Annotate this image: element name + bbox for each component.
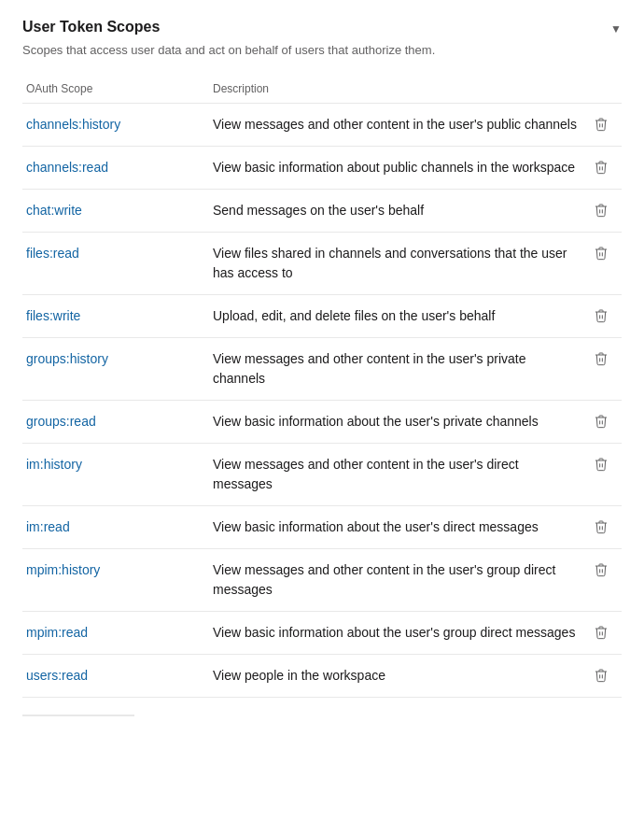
delete-scope-button-channels-history[interactable] bbox=[588, 115, 614, 134]
table-row: mpim:readView basic information about th… bbox=[22, 611, 622, 654]
scope-description-files-read: View files shared in channels and conver… bbox=[213, 246, 567, 280]
table-row: files:readView files shared in channels … bbox=[22, 232, 622, 294]
scope-link-chat-write[interactable]: chat:write bbox=[26, 203, 82, 218]
scope-link-files-write[interactable]: files:write bbox=[26, 308, 80, 323]
trash-icon bbox=[594, 308, 609, 323]
col-header-scope: OAuth Scope bbox=[22, 77, 209, 104]
scope-description-channels-history: View messages and other content in the u… bbox=[213, 117, 577, 132]
col-header-description: Description bbox=[209, 77, 584, 104]
scope-description-mpim-read: View basic information about the user's … bbox=[213, 625, 575, 640]
scope-link-mpim-history[interactable]: mpim:history bbox=[26, 562, 100, 577]
table-row: channels:readView basic information abou… bbox=[22, 146, 622, 189]
delete-scope-button-channels-read[interactable] bbox=[588, 158, 614, 177]
scope-link-channels-read[interactable]: channels:read bbox=[26, 160, 108, 175]
trash-icon bbox=[594, 351, 609, 366]
user-token-scopes-section: User Token Scopes ▼ Scopes that access u… bbox=[22, 19, 622, 716]
section-title: User Token Scopes bbox=[22, 19, 160, 35]
scope-description-im-read: View basic information about the user's … bbox=[213, 519, 539, 534]
scope-description-mpim-history: View messages and other content in the u… bbox=[213, 562, 555, 597]
col-header-action bbox=[584, 77, 622, 104]
scope-description-groups-history: View messages and other content in the u… bbox=[213, 351, 526, 386]
chevron-down-icon[interactable]: ▼ bbox=[610, 22, 622, 35]
table-row: files:writeUpload, edit, and delete file… bbox=[22, 294, 622, 337]
scope-link-im-read[interactable]: im:read bbox=[26, 519, 70, 534]
delete-scope-button-users-read[interactable] bbox=[588, 666, 614, 685]
scope-description-files-write: Upload, edit, and delete files on the us… bbox=[213, 308, 495, 323]
scope-link-files-read[interactable]: files:read bbox=[26, 246, 79, 261]
trash-icon bbox=[594, 457, 609, 472]
scope-description-chat-write: Send messages on the user's behalf bbox=[213, 203, 424, 218]
delete-scope-button-mpim-read[interactable] bbox=[588, 623, 614, 642]
scope-description-groups-read: View basic information about the user's … bbox=[213, 414, 539, 429]
trash-icon bbox=[594, 625, 609, 640]
table-row: channels:historyView messages and other … bbox=[22, 103, 622, 146]
table-row: groups:readView basic information about … bbox=[22, 400, 622, 443]
table-row: im:historyView messages and other conten… bbox=[22, 443, 622, 505]
delete-scope-button-files-read[interactable] bbox=[588, 244, 614, 262]
section-header: User Token Scopes ▼ bbox=[22, 19, 622, 35]
table-row: users:readView people in the workspace bbox=[22, 654, 622, 697]
scope-link-groups-read[interactable]: groups:read bbox=[26, 414, 96, 429]
delete-scope-button-groups-history[interactable] bbox=[588, 349, 614, 368]
delete-scope-button-mpim-history[interactable] bbox=[588, 560, 614, 579]
scopes-table: OAuth Scope Description channels:history… bbox=[22, 77, 622, 698]
table-row: groups:historyView messages and other co… bbox=[22, 337, 622, 400]
trash-icon bbox=[594, 160, 609, 175]
table-row: mpim:historyView messages and other cont… bbox=[22, 548, 622, 611]
section-description: Scopes that access user data and act on … bbox=[22, 41, 622, 60]
trash-icon bbox=[594, 203, 609, 218]
scope-link-channels-history[interactable]: channels:history bbox=[26, 117, 120, 132]
trash-icon bbox=[594, 562, 609, 577]
scope-description-channels-read: View basic information about public chan… bbox=[213, 160, 575, 175]
scope-description-users-read: View people in the workspace bbox=[213, 668, 385, 683]
table-row: chat:writeSend messages on the user's be… bbox=[22, 189, 622, 232]
scope-link-mpim-read[interactable]: mpim:read bbox=[26, 625, 88, 640]
scope-link-im-history[interactable]: im:history bbox=[26, 457, 82, 472]
add-scope-area bbox=[22, 707, 622, 716]
scope-link-users-read[interactable]: users:read bbox=[26, 668, 88, 683]
delete-scope-button-im-history[interactable] bbox=[588, 455, 614, 474]
trash-icon bbox=[594, 414, 609, 429]
delete-scope-button-files-write[interactable] bbox=[588, 306, 614, 325]
scope-link-groups-history[interactable]: groups:history bbox=[26, 351, 108, 366]
delete-scope-button-chat-write[interactable] bbox=[588, 201, 614, 219]
trash-icon bbox=[594, 519, 609, 534]
trash-icon bbox=[594, 117, 609, 132]
trash-icon bbox=[594, 246, 609, 261]
trash-icon bbox=[594, 668, 609, 683]
scope-description-im-history: View messages and other content in the u… bbox=[213, 457, 519, 491]
delete-scope-button-im-read[interactable] bbox=[588, 517, 614, 536]
delete-scope-button-groups-read[interactable] bbox=[588, 412, 614, 431]
add-scope-divider bbox=[22, 715, 134, 716]
table-row: im:readView basic information about the … bbox=[22, 505, 622, 548]
